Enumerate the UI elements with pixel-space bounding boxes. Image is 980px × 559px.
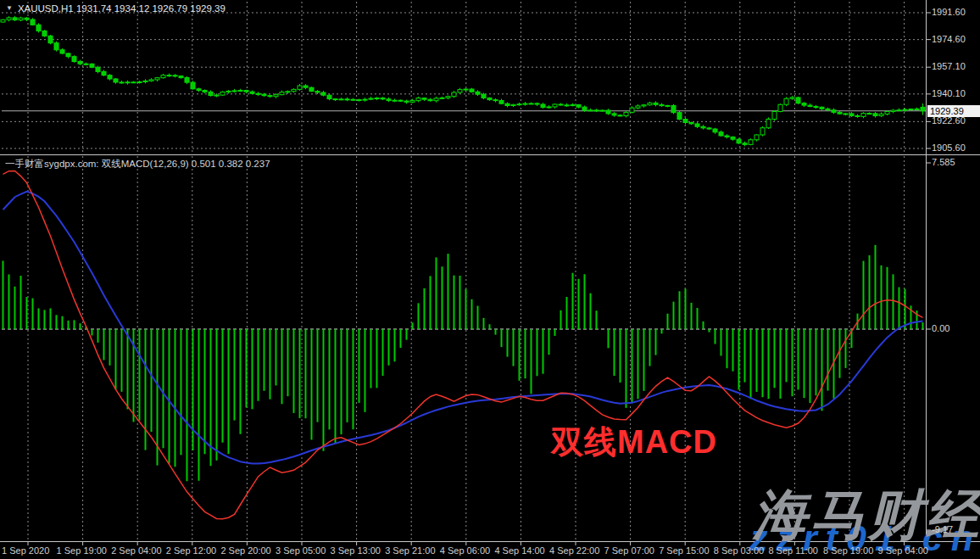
time-axis-label: 8 Sep 19:00: [823, 545, 873, 556]
time-axis-label: 4 Sep 06:00: [440, 545, 490, 556]
time-axis-label: 3 Sep 13:00: [331, 545, 381, 556]
time-axis-label: 2 Sep 04:00: [111, 545, 161, 556]
price-tick-label: 1957.10: [932, 61, 966, 71]
chart-canvas[interactable]: [0, 0, 980, 559]
price-tick-label: 1991.60: [932, 7, 966, 17]
time-axis-label: 8 Sep 03:00: [714, 545, 764, 556]
price-tick-label: 1974.60: [932, 34, 966, 44]
macd-axis-zero-label: 0.00: [932, 323, 949, 333]
macd-axis-bottom-label: -9.17: [932, 524, 953, 534]
time-axis-label: 7 Sep 15:00: [659, 545, 709, 556]
time-axis-label: 3 Sep 21:00: [385, 545, 435, 556]
chart-window: ▼ XAUUSD,H1 1931.74 1934.12 1926.79 1929…: [0, 0, 980, 559]
macd-axis-top-label: 7.585: [932, 157, 955, 167]
price-tick-label: 1922.60: [932, 115, 966, 126]
time-axis-label: 3 Sep 05:00: [276, 545, 326, 556]
time-axis-label: 4 Sep 14:00: [494, 545, 544, 556]
time-axis-label: 1 Sep 2020: [2, 545, 49, 556]
symbol-header: ▼ XAUUSD,H1 1931.74 1934.12 1926.79 1929…: [6, 3, 226, 14]
time-axis-label: 8 Sep 11:00: [768, 545, 818, 556]
time-axis-label: 2 Sep 20:00: [220, 545, 270, 556]
time-axis-label: 4 Sep 22:00: [549, 545, 599, 556]
price-axis[interactable]: 7.585 0.00 -9.17 1929.39 1991.601974.601…: [927, 0, 980, 541]
indicator-label: 一手财富sygdpx.com: 双线MACD(12,26,9) 0.501 0.…: [5, 158, 270, 170]
time-axis-label: 9 Sep 04:00: [878, 545, 928, 556]
macd-annotation: 双线MACD: [551, 421, 717, 464]
time-axis-label: 7 Sep 07:00: [604, 545, 654, 556]
time-axis[interactable]: 1 Sep 20201 Sep 19:002 Sep 04:002 Sep 12…: [0, 542, 980, 559]
time-axis-label: 2 Sep 12:00: [166, 545, 216, 556]
symbol-dropdown-icon[interactable]: ▼: [6, 4, 13, 13]
time-axis-label: 1 Sep 19:00: [57, 545, 107, 556]
symbol-title: XAUUSD,H1 1931.74 1934.12 1926.79 1929.3…: [18, 3, 226, 14]
price-tick-label: 1905.60: [932, 143, 966, 153]
current-price-tag: 1929.39: [927, 105, 980, 117]
price-tick-label: 1940.10: [932, 88, 966, 98]
